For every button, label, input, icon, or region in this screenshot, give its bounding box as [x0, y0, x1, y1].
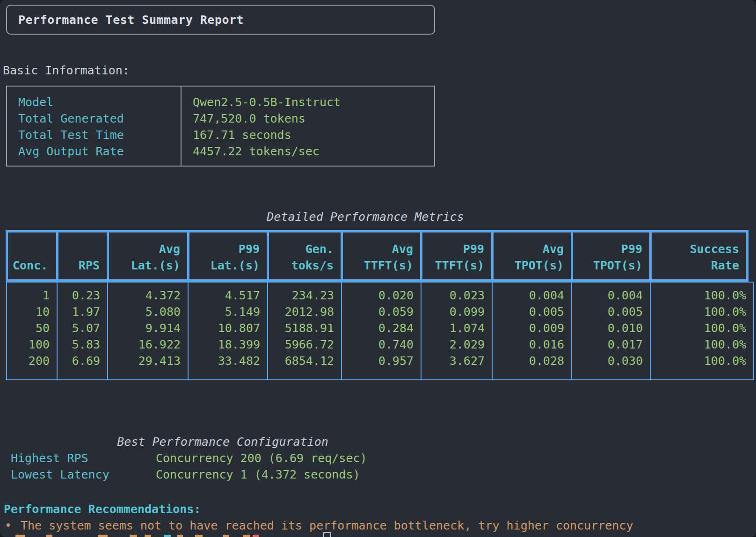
- metric-cell: 9.914: [108, 320, 181, 336]
- terminal-window: Performance Test Summary Report Basic In…: [0, 0, 756, 537]
- metric-cell: 50: [7, 320, 50, 336]
- metric-cell: 0.009: [493, 320, 564, 336]
- metrics-column: 100.0%100.0%100.0%100.0%100.0%: [650, 283, 753, 379]
- basic-info-value: 167.71 seconds: [193, 127, 434, 143]
- metric-cell: 10.807: [189, 320, 260, 336]
- best-config-label: Highest RPS: [11, 450, 156, 466]
- metric-cell: 2012.98: [268, 304, 334, 320]
- basic-info-heading: Basic Information:: [3, 62, 130, 79]
- metric-cell: 5966.72: [268, 336, 334, 353]
- recommendations-list: •The system seems not to have reached it…: [5, 517, 633, 534]
- metrics-table-title: Detailed Performance Metrics: [6, 209, 725, 225]
- recommendation-item: •The system seems not to have reached it…: [5, 517, 633, 534]
- metrics-column: 4.5175.14910.80718.39933.482: [188, 283, 267, 379]
- metric-cell: 10: [7, 304, 50, 320]
- metric-cell: 0.740: [342, 336, 414, 353]
- metric-cell: 100.0%: [651, 320, 746, 336]
- metric-cell: 1: [7, 287, 50, 304]
- metric-cell: 18.399: [189, 336, 260, 353]
- best-config-value: Concurrency 200 (6.69 req/sec): [156, 450, 367, 466]
- best-config-label: Lowest Latency: [11, 466, 156, 483]
- basic-info-labels: ModelTotal GeneratedTotal Test TimeAvg O…: [7, 87, 182, 166]
- metric-cell: 200: [7, 353, 50, 369]
- metrics-column-header: Success Rate: [649, 232, 746, 279]
- metric-cell: 0.004: [493, 287, 564, 304]
- metric-cell: 100.0%: [651, 353, 746, 369]
- metrics-column-header: Conc.: [8, 232, 56, 279]
- best-config-row: Lowest LatencyConcurrency 1 (4.372 secon…: [11, 466, 367, 483]
- metric-cell: 100.0%: [651, 336, 746, 353]
- metric-cell: 0.005: [493, 304, 564, 320]
- metric-cell: 1.074: [422, 320, 485, 336]
- metric-cell: 16.922: [108, 336, 181, 353]
- metric-cell: 0.030: [572, 353, 643, 369]
- metric-cell: 0.017: [572, 336, 643, 353]
- metrics-column: 0.0040.0050.0090.0160.028: [492, 283, 571, 379]
- metric-cell: 33.482: [189, 353, 260, 369]
- metrics-column: 234.232012.985188.915966.726854.12: [267, 283, 341, 379]
- metrics-column-header: P99 TPOT(s): [571, 232, 649, 279]
- best-config-title: Best Performance Configuration: [6, 434, 439, 450]
- metric-cell: 6.69: [58, 353, 100, 369]
- metrics-column: 0.0200.0590.2840.7400.957: [341, 283, 421, 379]
- metrics-column: 0.231.975.075.836.69: [57, 283, 107, 379]
- bullet-icon: •: [5, 517, 21, 534]
- clipped-terminal-line: [0, 535, 756, 537]
- metric-cell: 5.07: [58, 320, 100, 336]
- metric-cell: 5.080: [108, 304, 181, 320]
- metric-cell: 234.23: [268, 287, 334, 304]
- metrics-column-header: Avg TTFT(s): [341, 232, 420, 279]
- metrics-table-body: 110501002000.231.975.075.836.694.3725.08…: [6, 282, 754, 380]
- metric-cell: 0.005: [572, 304, 643, 320]
- metric-cell: 0.028: [493, 353, 564, 369]
- recommendation-text: The system seems not to have reached its…: [21, 517, 633, 534]
- report-title-box: Performance Test Summary Report: [6, 5, 435, 35]
- metric-cell: 100: [7, 336, 50, 353]
- metric-cell: 0.020: [342, 287, 414, 304]
- basic-info-label: Model: [18, 94, 181, 110]
- metric-cell: 5188.91: [268, 320, 334, 336]
- metric-cell: 0.957: [342, 353, 414, 369]
- best-config-value: Concurrency 1 (4.372 seconds): [156, 466, 360, 483]
- metric-cell: 0.284: [342, 320, 414, 336]
- metrics-column: 0.0230.0991.0742.0293.627: [421, 283, 492, 379]
- metrics-column-header: Avg Lat.(s): [107, 232, 187, 279]
- basic-info-label: Avg Output Rate: [18, 143, 181, 160]
- best-config-row: Highest RPSConcurrency 200 (6.69 req/sec…: [11, 450, 367, 466]
- metric-cell: 3.627: [422, 353, 485, 369]
- metric-cell: 0.010: [572, 320, 643, 336]
- metric-cell: 5.83: [58, 336, 100, 353]
- metric-cell: 0.016: [493, 336, 564, 353]
- metric-cell: 6854.12: [268, 353, 334, 369]
- metrics-column-header: RPS: [56, 232, 107, 279]
- recommendations-heading: Performance Recommendations:: [4, 501, 201, 517]
- report-title: Performance Test Summary Report: [18, 12, 244, 28]
- metrics-column: 4.3725.0809.91416.92229.413: [107, 283, 188, 379]
- terminal-cursor: [323, 532, 331, 537]
- metric-cell: 0.23: [58, 287, 100, 304]
- metrics-column-header: Avg TPOT(s): [491, 232, 571, 279]
- basic-info-table: ModelTotal GeneratedTotal Test TimeAvg O…: [6, 86, 435, 167]
- basic-info-label: Total Generated: [18, 110, 181, 127]
- metric-cell: 100.0%: [651, 287, 746, 304]
- metric-cell: 0.099: [422, 304, 485, 320]
- metrics-column: 11050100200: [7, 283, 57, 379]
- best-config-rows: Highest RPSConcurrency 200 (6.69 req/sec…: [11, 450, 367, 483]
- metric-cell: 1.97: [58, 304, 100, 320]
- metric-cell: 29.413: [108, 353, 181, 369]
- metric-cell: 0.004: [572, 287, 643, 304]
- metric-cell: 4.372: [108, 287, 181, 304]
- metric-cell: 4.517: [189, 287, 260, 304]
- metric-cell: 0.059: [342, 304, 414, 320]
- metrics-column-header: Gen. toks/s: [267, 232, 341, 279]
- metric-cell: 5.149: [189, 304, 260, 320]
- basic-info-label: Total Test Time: [18, 127, 181, 143]
- basic-info-values: Qwen2.5-0.5B-Instruct747,520.0 tokens167…: [182, 87, 434, 166]
- metrics-column-header: P99 Lat.(s): [187, 232, 267, 279]
- metrics-table-header-row: Conc.RPSAvg Lat.(s)P99 Lat.(s)Gen. toks/…: [6, 230, 749, 282]
- metric-cell: 2.029: [422, 336, 485, 353]
- basic-info-value: 4457.22 tokens/sec: [193, 143, 434, 160]
- metrics-column-header: P99 TTFT(s): [420, 232, 491, 279]
- basic-info-value: Qwen2.5-0.5B-Instruct: [193, 94, 434, 110]
- basic-info-value: 747,520.0 tokens: [193, 110, 434, 127]
